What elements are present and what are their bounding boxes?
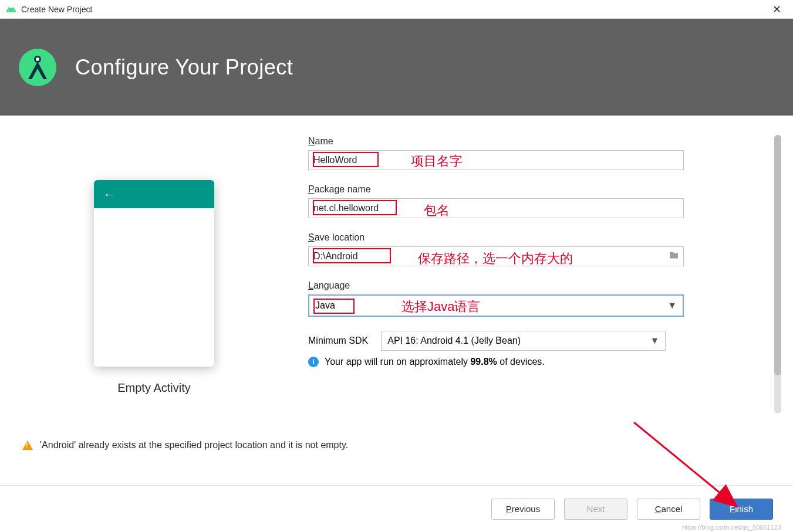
package-input[interactable]: [308, 198, 684, 218]
preview-pane: ← Empty Activity: [0, 116, 308, 429]
scrollbar-thumb[interactable]: [774, 135, 781, 375]
min-sdk-select[interactable]: API 16: Android 4.1 (Jelly Bean) ▼: [381, 331, 666, 351]
language-select[interactable]: Java ▼ 选择Java语言: [308, 294, 684, 317]
content-area: ← Empty Activity Name 项目名字 Package name: [0, 116, 793, 429]
warning-icon: [22, 440, 33, 450]
form-area: Name 项目名字 Package name 包名 Save location: [308, 116, 793, 429]
save-label: Save location: [308, 232, 746, 243]
footer-buttons: Previous Next Cancel Finish: [0, 485, 793, 532]
field-language: Language Java ▼ 选择Java语言: [308, 280, 746, 317]
previous-button[interactable]: Previous: [491, 499, 555, 520]
svg-point-1: [36, 57, 39, 61]
cancel-button[interactable]: Cancel: [637, 499, 700, 520]
next-button: Next: [564, 499, 627, 520]
titlebar: Create New Project ✕: [0, 0, 793, 19]
language-value: Java: [315, 300, 335, 311]
back-arrow-icon: ←: [103, 188, 115, 201]
header-band: Configure Your Project: [0, 19, 793, 116]
min-sdk-label: Minimum SDK: [308, 336, 368, 346]
package-label: Package name: [308, 184, 746, 195]
name-label: Name: [308, 136, 746, 147]
warning-text: 'Android' already exists at the specifie…: [40, 440, 348, 450]
field-save-location: Save location 保存路径，选一个内存大的: [308, 232, 746, 266]
android-studio-logo-icon: [18, 48, 58, 87]
min-sdk-value: API 16: Android 4.1 (Jelly Bean): [387, 336, 521, 346]
name-input[interactable]: [308, 150, 684, 170]
preview-label: Empty Activity: [117, 381, 190, 395]
window-title: Create New Project: [21, 5, 92, 14]
close-icon[interactable]: ✕: [767, 1, 787, 18]
page-title: Configure Your Project: [75, 55, 293, 80]
save-location-input[interactable]: [308, 246, 684, 266]
device-coverage-info: i Your app will run on approximately 99.…: [308, 357, 746, 367]
chevron-down-icon: ▼: [667, 300, 677, 311]
warning-bar: 'Android' already exists at the specifie…: [0, 429, 793, 450]
chevron-down-icon: ▼: [650, 336, 659, 346]
info-text: Your app will run on approximately 99.8%…: [325, 357, 545, 367]
phone-preview: ←: [94, 180, 214, 367]
field-package: Package name 包名: [308, 184, 746, 218]
watermark: https://blog.csdn.net/qq_50651123: [682, 524, 781, 531]
content-scrollbar[interactable]: [774, 135, 781, 414]
annotation-lang: 选择Java语言: [401, 298, 480, 316]
finish-button[interactable]: Finish: [710, 499, 773, 520]
preview-appbar: ←: [94, 180, 214, 208]
folder-browse-icon[interactable]: [669, 251, 679, 262]
field-min-sdk: Minimum SDK API 16: Android 4.1 (Jelly B…: [308, 331, 746, 351]
android-head-icon: [6, 4, 16, 15]
info-icon: i: [308, 357, 319, 367]
field-name: Name 项目名字: [308, 136, 746, 170]
language-label: Language: [308, 280, 746, 291]
